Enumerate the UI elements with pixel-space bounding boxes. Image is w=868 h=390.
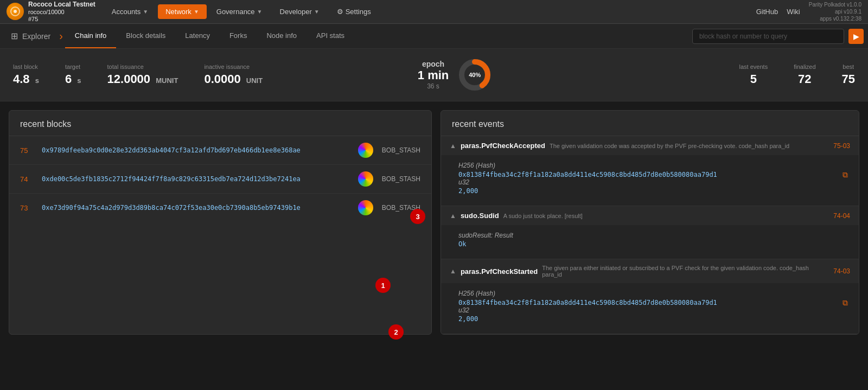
main-content: recent blocks 75 0x9789dfeeba9c0d0e28e32…: [0, 101, 868, 343]
nav-settings[interactable]: ⚙ Settings: [329, 4, 379, 19]
event-body: sudoResult: Result Ok: [441, 225, 859, 259]
event-reference: 74-03: [833, 267, 850, 275]
logo-icon: [7, 3, 24, 20]
wiki-link[interactable]: Wiki: [787, 8, 800, 16]
event-reference: 75-03: [833, 142, 850, 150]
block-number[interactable]: 73: [20, 204, 33, 212]
list-item: ▲ paras.PvfCheckStarted The given para e…: [441, 259, 859, 334]
nav-developer[interactable]: Developer ▼: [272, 4, 327, 19]
target-stat: target 6 s: [65, 63, 81, 86]
block-hash[interactable]: 0xde00c5de3fb1835c2712f94424f7f8a9c829c6…: [42, 175, 349, 183]
validator-name: BOB_STASH: [382, 204, 420, 212]
inactive-issuance-stat: inactive issuance 0.0000 UNIT: [204, 63, 263, 86]
block-hash[interactable]: 0x9789dfeeba9c0d0e28e32dd363ab4047cf3a12…: [42, 146, 349, 154]
right-stats: last events 5 finalized 72 best 75: [739, 63, 855, 86]
blocks-list: 75 0x9789dfeeba9c0d0e28e32dd363ab4047cf3…: [9, 136, 431, 222]
event-description: The given para either initiated or subsc…: [542, 265, 829, 278]
best-stat: best 75: [842, 63, 855, 86]
developer-arrow-icon: ▼: [314, 9, 320, 15]
event-name: paras.PvfCheckAccepted: [461, 142, 545, 150]
toggle-icon[interactable]: ▲: [450, 212, 456, 220]
logo-area: Rococo Local Testnet rococo/10000 #75: [7, 1, 95, 23]
block-search-input[interactable]: [692, 29, 844, 44]
field-value: 0x8138f4fbea34c2f8f1a182a0a8dd411e4c5908…: [458, 299, 717, 306]
copy-icon[interactable]: ⧉: [843, 298, 848, 308]
field-type-label: H256 (Hash): [458, 290, 848, 297]
epoch-area: epoch 1 min 36 s 40%: [407, 57, 503, 92]
version-info: Parity Polkadot v1.0.0 api v10.9.1 apps …: [809, 1, 861, 22]
table-row: 74 0xde00c5de3fb1835c2712f94424f7f8a9c82…: [9, 165, 431, 194]
table-row: 73 0xe73d90f94a75c4a2d979d3d89b8ca74c072…: [9, 194, 431, 222]
event-body: H256 (Hash) 0x8138f4fbea34c2f8f1a182a0a8…: [441, 283, 859, 334]
second-navigation: ⊞ Explorer › Chain info Block details La…: [0, 24, 868, 49]
event-header[interactable]: ▲ paras.PvfCheckAccepted The given valid…: [441, 136, 859, 155]
last-block-stat: last block 4.8 s: [13, 63, 39, 86]
event-name: paras.PvfCheckStarted: [461, 267, 538, 276]
validator-name: BOB_STASH: [382, 146, 420, 154]
epoch-donut-chart: 40%: [457, 57, 492, 92]
tab-block-details[interactable]: Block details: [116, 24, 175, 48]
tab-latency[interactable]: Latency: [175, 24, 220, 48]
governance-arrow-icon: ▼: [257, 9, 263, 15]
nav-network[interactable]: Network ▼: [158, 4, 207, 19]
toggle-icon[interactable]: ▲: [450, 267, 456, 275]
github-link[interactable]: GitHub: [756, 8, 778, 16]
event-reference: 74-04: [833, 212, 850, 220]
copy-icon[interactable]: ⧉: [843, 170, 848, 180]
top-navigation: Rococo Local Testnet rococo/10000 #75 Ac…: [0, 0, 868, 24]
search-button[interactable]: ▶: [848, 29, 864, 44]
event-body: H256 (Hash) 0x8138f4fbea34c2f8f1a182a0a8…: [441, 155, 859, 206]
nav-governance[interactable]: Governance ▼: [209, 4, 270, 19]
event-description: The given validation code was accepted b…: [550, 143, 829, 149]
chain-info: Rococo Local Testnet rococo/10000 #75: [28, 1, 95, 23]
event-header[interactable]: ▲ paras.PvfCheckStarted The given para e…: [441, 259, 859, 283]
breadcrumb-arrow-icon: ›: [59, 30, 63, 42]
settings-icon: ⚙: [337, 8, 343, 16]
field-value: 0x8138f4fbea34c2f8f1a182a0a8dd411e4c5908…: [458, 171, 717, 178]
epoch-percent: 40%: [469, 72, 481, 78]
validator-name: BOB_STASH: [382, 175, 420, 183]
epoch-text: epoch 1 min 36 s: [418, 60, 449, 90]
block-hash[interactable]: 0xe73d90f94a75c4a2d979d3d89b8ca74c072f53…: [42, 204, 349, 212]
list-item: ▲ paras.PvfCheckAccepted The given valid…: [441, 136, 859, 206]
explorer-area: ⊞ Explorer: [4, 31, 57, 41]
validator-icon: [358, 143, 373, 158]
finalized-stat: finalized 72: [794, 63, 815, 86]
field-type-label: u32: [458, 306, 848, 314]
tab-node-info[interactable]: Node info: [257, 24, 307, 48]
list-item: ▲ sudo.Sudid A sudo just took place. [re…: [441, 206, 859, 259]
accounts-arrow-icon: ▼: [143, 9, 148, 15]
nav-right: GitHub Wiki Parity Polkadot v1.0.0 api v…: [756, 1, 861, 22]
svg-point-1: [14, 10, 17, 13]
network-arrow-icon: ▼: [194, 9, 199, 15]
grid-icon: ⊞: [11, 31, 18, 41]
event-description: A sudo just took place. [result]: [503, 213, 829, 219]
nav-accounts[interactable]: Accounts ▼: [104, 4, 156, 19]
field-type-label: H256 (Hash): [458, 162, 848, 169]
tabs: Chain info Block details Latency Forks N…: [65, 24, 354, 48]
tab-chain-info[interactable]: Chain info: [65, 24, 117, 48]
field-type-label: u32: [458, 178, 848, 186]
nav-items: Accounts ▼ Network ▼ Governance ▼ Develo…: [104, 4, 756, 19]
field-value: 2,000: [458, 315, 848, 323]
validator-icon: [358, 171, 373, 187]
recent-events-panel: recent events ▲ paras.PvfCheckAccepted T…: [441, 110, 859, 335]
field-type-label: sudoResult: Result: [458, 232, 848, 239]
tab-forks[interactable]: Forks: [220, 24, 257, 48]
last-events-stat: last events 5: [739, 63, 768, 86]
block-number[interactable]: 75: [20, 146, 33, 155]
event-name: sudo.Sudid: [461, 212, 499, 220]
event-header[interactable]: ▲ sudo.Sudid A sudo just took place. [re…: [441, 206, 859, 225]
field-value: Ok: [458, 240, 848, 248]
field-value: 2,000: [458, 187, 848, 195]
validator-icon: [358, 200, 373, 215]
events-list: ▲ paras.PvfCheckAccepted The given valid…: [441, 136, 859, 334]
recent-blocks-panel: recent blocks 75 0x9789dfeeba9c0d0e28e32…: [9, 110, 432, 335]
stats-bar: last block 4.8 s target 6 s total issuan…: [0, 49, 868, 101]
tab-api-stats[interactable]: API stats: [307, 24, 354, 48]
table-row: 75 0x9789dfeeba9c0d0e28e32dd363ab4047cf3…: [9, 136, 431, 165]
toggle-icon[interactable]: ▲: [450, 142, 456, 150]
block-number[interactable]: 74: [20, 175, 33, 183]
total-issuance-stat: total issuance 12.0000 MUNIT: [107, 63, 178, 86]
search-area: ▶: [692, 29, 864, 44]
